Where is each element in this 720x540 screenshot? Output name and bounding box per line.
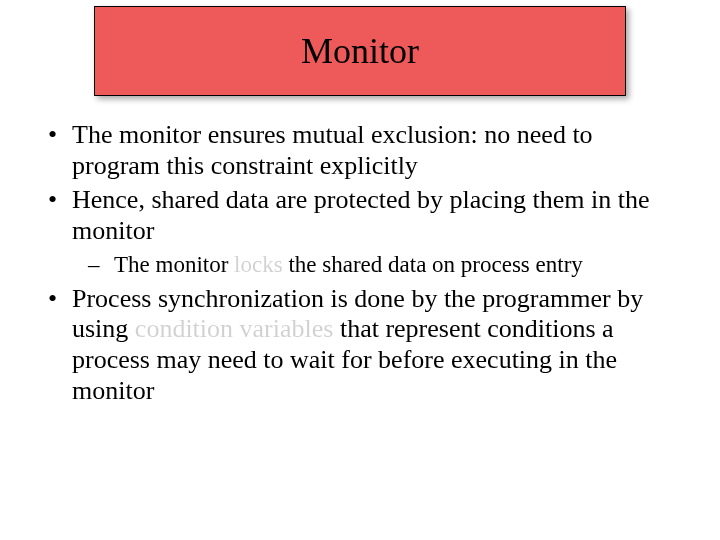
sub-bullet-text-part: the shared data on process entry <box>283 252 583 277</box>
bullet-text: Hence, shared data are protected by plac… <box>72 185 650 245</box>
bullet-item: Process synchronization is done by the p… <box>44 284 686 407</box>
bullet-item: Hence, shared data are protected by plac… <box>44 185 686 277</box>
bullet-list: The monitor ensures mutual exclusion: no… <box>44 120 686 407</box>
bullet-faded-phrase: condition variables <box>135 314 334 343</box>
slide-title: Monitor <box>301 30 419 72</box>
sub-bullet-list: The monitor locks the shared data on pro… <box>72 251 686 278</box>
bullet-text: The monitor ensures mutual exclusion: no… <box>72 120 593 180</box>
sub-bullet-faded-word: locks <box>234 252 283 277</box>
bullet-item: The monitor ensures mutual exclusion: no… <box>44 120 686 181</box>
title-box: Monitor <box>94 6 626 96</box>
sub-bullet-text-part: The monitor <box>114 252 234 277</box>
sub-bullet-item: The monitor locks the shared data on pro… <box>72 251 686 278</box>
slide: Monitor The monitor ensures mutual exclu… <box>0 0 720 540</box>
slide-body: The monitor ensures mutual exclusion: no… <box>44 120 686 411</box>
